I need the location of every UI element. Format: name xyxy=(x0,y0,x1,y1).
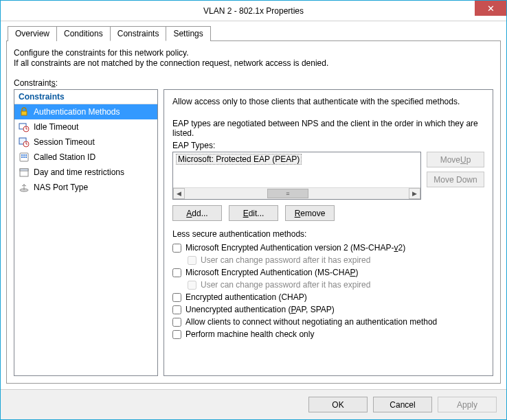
constraint-item-auth-methods[interactable]: Authentication Methods xyxy=(14,104,157,119)
tab-constraints[interactable]: Constraints xyxy=(110,26,167,41)
scroll-right-icon[interactable]: ▶ xyxy=(409,188,420,199)
tree-item-label: Day and time restrictions xyxy=(34,167,124,177)
check-chap-label: Encrypted authentication (CHAP) xyxy=(185,292,307,302)
scroll-thumb[interactable]: ≡ xyxy=(267,189,308,198)
eap-hscroll[interactable]: ◀ ≡ ▶ xyxy=(173,187,420,199)
detail-pane: Allow access only to those clients that … xyxy=(164,89,493,376)
tabs: Overview Conditions Constraints Settings xyxy=(8,26,501,41)
svg-rect-7 xyxy=(23,154,25,156)
calendar-icon xyxy=(19,167,30,178)
lock-icon xyxy=(19,106,30,117)
svg-rect-11 xyxy=(25,156,27,158)
tab-overview[interactable]: Overview xyxy=(8,26,57,41)
session-timeout-icon xyxy=(19,137,30,148)
cancel-button[interactable]: Cancel xyxy=(373,397,432,412)
check-mschapv2-pwexp-label: User can change password after it has ex… xyxy=(201,255,370,265)
move-up-button[interactable]: Move Up xyxy=(427,152,484,167)
svg-rect-8 xyxy=(25,154,27,156)
check-chap-row[interactable]: Encrypted authentication (CHAP) xyxy=(172,292,484,302)
footer: OK Cancel Apply xyxy=(1,389,506,419)
check-health-label: Perform machine health check only xyxy=(185,329,314,339)
move-down-button[interactable]: Move Down xyxy=(427,172,484,187)
body-area: Overview Conditions Constraints Settings… xyxy=(1,21,506,389)
svg-rect-10 xyxy=(23,156,25,158)
less-secure-label: Less secure authentication methods: xyxy=(172,229,484,239)
check-mschap-pwexp xyxy=(188,281,196,290)
check-health[interactable] xyxy=(172,330,181,339)
svg-rect-13 xyxy=(20,169,28,171)
tree-item-label: Called Station ID xyxy=(34,152,95,162)
check-mschapv2[interactable] xyxy=(172,244,181,253)
constraints-list[interactable]: Constraints Authentication Methods Idle … xyxy=(14,89,158,376)
tree-item-label: Authentication Methods xyxy=(34,107,120,117)
apply-button[interactable]: Apply xyxy=(438,397,497,412)
properties-window: VLAN 2 - 802.1x Properties ✕ Overview Co… xyxy=(0,0,507,420)
eap-type-item[interactable]: Microsoft: Protected EAP (PEAP) xyxy=(176,154,302,165)
check-mschap-label: Microsoft Encrypted Authentication (MS-C… xyxy=(185,268,358,277)
remove-button[interactable]: Remove xyxy=(285,205,335,221)
check-mschap[interactable] xyxy=(172,268,181,277)
check-mschapv2-pwexp xyxy=(188,256,196,265)
eap-desc: EAP types are negotiated between NPS and… xyxy=(172,119,484,138)
close-icon: ✕ xyxy=(487,3,495,14)
constraint-item-session-timeout[interactable]: Session Timeout xyxy=(14,135,157,150)
nas-port-icon xyxy=(19,182,30,193)
svg-rect-9 xyxy=(21,156,23,158)
scroll-track[interactable]: ≡ xyxy=(185,188,409,199)
window-title: VLAN 2 - 802.1x Properties xyxy=(203,6,304,16)
check-mschapv2-row[interactable]: Microsoft Encrypted Authentication versi… xyxy=(172,243,484,253)
scroll-left-icon[interactable]: ◀ xyxy=(173,188,185,199)
check-mschap-pwexp-row: User can change password after it has ex… xyxy=(188,280,484,290)
close-button[interactable]: ✕ xyxy=(475,1,506,16)
constraint-item-idle-timeout[interactable]: Idle Timeout xyxy=(14,119,157,135)
eap-types-list[interactable]: Microsoft: Protected EAP (PEAP) ◀ ≡ ▶ xyxy=(172,152,421,200)
constraints-group-header: Constraints xyxy=(14,90,157,104)
check-pap[interactable] xyxy=(172,305,181,314)
split-pane: Constraints Authentication Methods Idle … xyxy=(14,89,493,376)
tree-item-label: Session Timeout xyxy=(34,137,95,147)
idle-timeout-icon xyxy=(19,121,30,132)
called-station-icon xyxy=(19,152,30,163)
add-button[interactable]: Add... xyxy=(172,205,222,221)
desc-line-1: Configure the constraints for this netwo… xyxy=(14,48,493,58)
svg-rect-0 xyxy=(21,111,27,115)
tab-panel-constraints: Configure the constraints for this netwo… xyxy=(6,40,501,384)
edit-button[interactable]: Edit... xyxy=(229,205,278,221)
titlebar: VLAN 2 - 802.1x Properties ✕ xyxy=(1,1,506,21)
check-mschapv2-pwexp-row: User can change password after it has ex… xyxy=(188,255,484,265)
desc-line-2: If all constraints are not matched by th… xyxy=(14,58,493,68)
check-pap-row[interactable]: Unencrypted authentication (PAP, SPAP) xyxy=(172,305,484,314)
tab-settings[interactable]: Settings xyxy=(166,26,210,41)
constraints-label: Constraints: xyxy=(14,78,493,88)
auth-intro: Allow access only to those clients that … xyxy=(172,97,484,106)
tree-item-label: Idle Timeout xyxy=(34,122,78,132)
constraint-item-day-time[interactable]: Day and time restrictions xyxy=(14,165,157,180)
constraint-item-called-station-id[interactable]: Called Station ID xyxy=(14,150,157,165)
svg-rect-6 xyxy=(21,154,23,156)
check-mschap-pwexp-label: User can change password after it has ex… xyxy=(201,280,370,290)
check-mschapv2-label: Microsoft Encrypted Authentication versi… xyxy=(185,243,405,253)
tree-item-label: NAS Port Type xyxy=(34,183,88,192)
check-nonego[interactable] xyxy=(172,318,181,327)
check-chap[interactable] xyxy=(172,293,181,302)
eap-types-label: EAP Types: xyxy=(172,141,484,150)
check-nonego-row[interactable]: Allow clients to connect without negotia… xyxy=(172,317,484,327)
tab-conditions[interactable]: Conditions xyxy=(56,26,111,41)
ok-button[interactable]: OK xyxy=(308,397,368,412)
constraint-item-nas-port-type[interactable]: NAS Port Type xyxy=(14,180,157,195)
check-health-row[interactable]: Perform machine health check only xyxy=(172,329,484,339)
check-mschap-row[interactable]: Microsoft Encrypted Authentication (MS-C… xyxy=(172,268,484,277)
check-nonego-label: Allow clients to connect without negotia… xyxy=(185,317,437,327)
check-pap-label: Unencrypted authentication (PAP, SPAP) xyxy=(185,305,335,314)
